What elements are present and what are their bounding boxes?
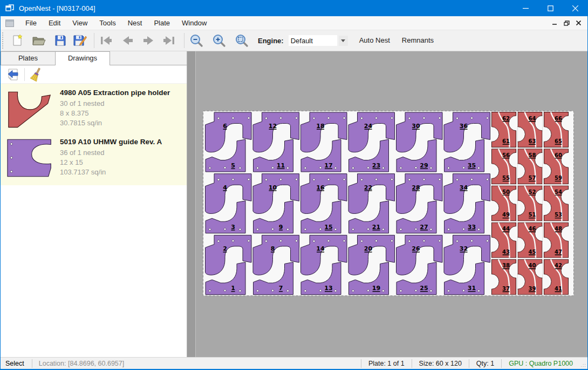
menu-file[interactable]: File (19, 16, 43, 30)
mdi-minimize-icon (552, 21, 557, 25)
open-button[interactable] (30, 32, 47, 49)
open-folder-icon (32, 34, 46, 47)
mdi-close-icon (576, 21, 581, 25)
tab-plates[interactable]: Plates (1, 51, 56, 65)
menu-nest[interactable]: Nest (122, 16, 148, 30)
svg-text:30: 30 (412, 123, 420, 130)
engine-dropdown-button[interactable] (339, 36, 348, 46)
remnants-button[interactable]: Remnants (397, 33, 439, 48)
mdi-minimize-button[interactable] (549, 18, 560, 29)
chevron-down-icon (341, 39, 345, 42)
clear-broom-button[interactable] (28, 67, 44, 82)
go-first-button[interactable] (98, 32, 115, 49)
drawing-area: 103.7137 sq/in (60, 167, 162, 177)
svg-text:66: 66 (555, 116, 562, 122)
svg-text:39: 39 (529, 286, 536, 292)
nest-canvas[interactable]: 6512111817242330293635431091615222128273… (187, 51, 587, 357)
auto-nest-button[interactable]: Auto Nest (354, 33, 395, 48)
save-as-icon (73, 34, 87, 47)
new-button[interactable] (9, 32, 26, 49)
svg-text:53: 53 (555, 212, 562, 218)
drawing-title: 4980 A05 Extraction pipe holder (60, 88, 170, 99)
svg-text:10: 10 (269, 184, 277, 191)
go-next-button[interactable] (140, 32, 157, 49)
svg-text:12: 12 (269, 123, 277, 130)
menu-edit[interactable]: Edit (43, 16, 66, 30)
svg-text:17: 17 (324, 162, 332, 169)
sidebar-tabs: Plates Drawings (1, 51, 187, 65)
svg-text:54: 54 (555, 189, 562, 195)
go-last-button[interactable] (160, 32, 177, 49)
save-button[interactable] (52, 32, 69, 49)
svg-text:6: 6 (223, 123, 227, 130)
window-title: OpenNest - [N0317-004] (19, 4, 95, 12)
go-next-icon (141, 35, 155, 46)
svg-text:59: 59 (555, 175, 562, 181)
mdi-restore-icon (564, 21, 570, 26)
svg-text:65: 65 (555, 138, 562, 144)
save-as-button[interactable] (71, 32, 88, 49)
title-bar: OpenNest - [N0317-004] (1, 0, 587, 16)
toolbar-grip[interactable] (2, 32, 5, 49)
drawing-list: 4980 A05 Extraction pipe holder 30 of 1 … (1, 84, 187, 185)
drawing-item-purple[interactable]: 5019 A10 UHMW guide Rev. A 36 of 1 neste… (4, 134, 183, 184)
mdi-close-button[interactable] (572, 18, 584, 29)
sidebar-toolbar (1, 65, 187, 84)
main-toolbar: Engine: Default Auto Nest Remnants (1, 30, 587, 51)
menu-view[interactable]: View (66, 16, 93, 30)
mdi-document-icon[interactable] (5, 19, 14, 27)
menu-bar: File Edit View Tools Nest Plate Window (1, 16, 587, 30)
engine-select[interactable]: Default (288, 35, 338, 46)
menu-tools[interactable]: Tools (93, 16, 121, 30)
menu-window[interactable]: Window (176, 16, 213, 30)
go-previous-button[interactable] (119, 32, 136, 49)
zoom-in-icon (212, 33, 226, 48)
canvas-margin-band (187, 51, 196, 357)
go-last-icon (162, 35, 176, 46)
svg-text:31: 31 (468, 285, 476, 292)
svg-text:26: 26 (412, 245, 420, 252)
maximize-button[interactable] (538, 0, 563, 16)
svg-text:42: 42 (555, 263, 562, 268)
tab-drawings[interactable]: Drawings (55, 51, 110, 65)
zoom-fit-button[interactable] (233, 32, 250, 49)
drawing-nested-count: 36 of 1 nested (60, 148, 162, 158)
plate-nest-view[interactable]: 6512111817242330293635431091615222128273… (203, 111, 574, 296)
go-first-icon (99, 35, 113, 46)
zoom-in-button[interactable] (210, 32, 228, 49)
mdi-restore-button[interactable] (560, 18, 572, 29)
import-drawing-button[interactable] (5, 67, 21, 82)
drawing-item-red[interactable]: 4980 A05 Extraction pipe holder 30 of 1 … (4, 85, 183, 134)
minimize-button[interactable] (513, 0, 538, 16)
status-size: Size: 60 x 120 (412, 360, 469, 367)
svg-text:18: 18 (316, 123, 324, 130)
zoom-out-button[interactable] (188, 32, 205, 49)
menu-plate[interactable]: Plate (148, 16, 176, 30)
new-file-icon (11, 34, 24, 47)
svg-text:24: 24 (364, 123, 373, 130)
close-button[interactable] (563, 0, 587, 16)
engine-label: Engine: (258, 37, 284, 45)
svg-text:13: 13 (324, 285, 332, 292)
svg-text:47: 47 (555, 249, 562, 255)
svg-text:22: 22 (364, 184, 372, 191)
svg-text:36: 36 (460, 123, 468, 130)
svg-text:58: 58 (529, 152, 536, 158)
drawing-title: 5019 A10 UHMW guide Rev. A (60, 137, 162, 148)
status-qty: Qty: 1 (469, 360, 501, 367)
status-location: Location: [84.8696, 60.6957] (32, 360, 131, 367)
svg-text:23: 23 (372, 162, 380, 169)
svg-text:27: 27 (420, 224, 428, 231)
svg-text:15: 15 (324, 224, 332, 231)
maximize-icon (548, 5, 553, 11)
svg-text:49: 49 (502, 212, 510, 218)
save-icon (54, 34, 67, 47)
import-arrow-icon (6, 68, 19, 81)
svg-text:51: 51 (529, 212, 536, 218)
svg-text:61: 61 (502, 138, 510, 144)
resize-grip[interactable]: .:: (580, 358, 587, 369)
svg-text:41: 41 (555, 286, 562, 292)
svg-text:57: 57 (529, 175, 536, 181)
svg-text:33: 33 (468, 224, 476, 231)
status-mode: Select (1, 360, 32, 367)
